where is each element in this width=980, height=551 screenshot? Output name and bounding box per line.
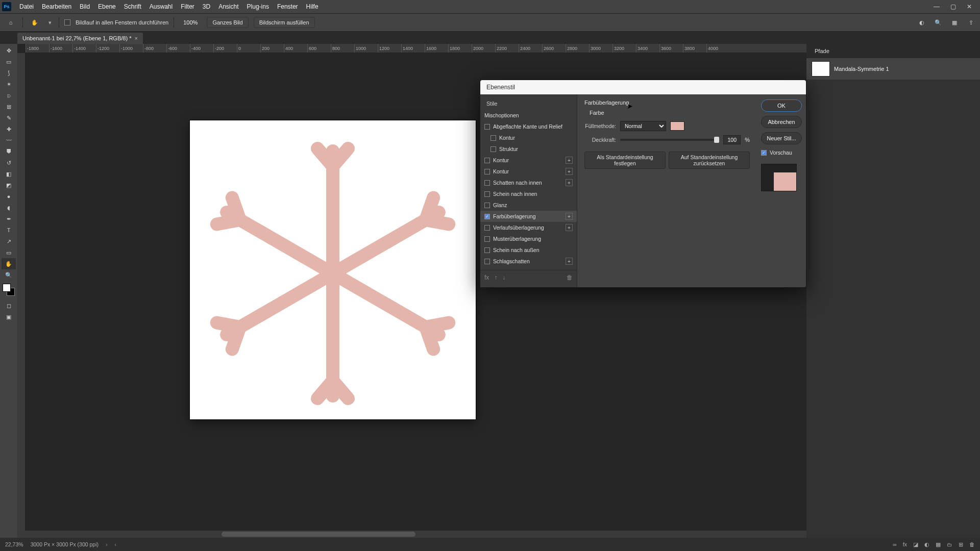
add-effect-icon[interactable]: +	[566, 157, 573, 164]
down-icon[interactable]: ↓	[502, 274, 505, 281]
maximize-icon[interactable]: ▢	[949, 3, 957, 10]
history-brush-tool-icon[interactable]: ↺	[2, 157, 16, 168]
dialog-titlebar[interactable]: Ebenenstil	[480, 80, 806, 94]
eyedropper-tool-icon[interactable]: ✎	[2, 112, 16, 123]
effect-checkbox[interactable]: ✓	[484, 214, 490, 219]
add-effect-icon[interactable]: +	[566, 224, 573, 231]
new-style-button[interactable]: Neuer Stil...	[761, 132, 802, 144]
styles-header[interactable]: Stile	[480, 97, 577, 110]
effect-row[interactable]: Schein nach außen	[480, 244, 577, 256]
blend-mode-select[interactable]: Normal	[620, 121, 666, 131]
zoom-100-button[interactable]: 100%	[179, 18, 202, 27]
ok-button[interactable]: OK	[761, 99, 802, 112]
effect-row[interactable]: Glanz	[480, 199, 577, 211]
effect-checkbox[interactable]	[484, 158, 490, 163]
add-effect-icon[interactable]: +	[566, 213, 573, 220]
marquee-tool-icon[interactable]: ▭	[2, 56, 16, 67]
document-canvas[interactable]	[190, 120, 476, 419]
effect-row[interactable]: Schein nach innen	[480, 188, 577, 199]
close-tab-icon[interactable]: ×	[134, 35, 137, 41]
status-icon[interactable]: 🗑	[969, 541, 975, 547]
up-icon[interactable]: ↑	[494, 274, 497, 281]
menu-item[interactable]: Fenster	[273, 1, 302, 12]
status-icon[interactable]: fx	[903, 541, 907, 547]
menu-item[interactable]: Plug-ins	[243, 1, 273, 12]
pen-tool-icon[interactable]: ✒	[2, 213, 16, 224]
home-icon[interactable]: ⌂	[4, 16, 17, 29]
quickmask-icon[interactable]: ◻	[2, 300, 16, 311]
path-tool-icon[interactable]: ↗	[2, 236, 16, 247]
opacity-input[interactable]	[723, 135, 741, 144]
effect-checkbox[interactable]	[484, 191, 490, 197]
eraser-tool-icon[interactable]: ◧	[2, 168, 16, 180]
color-swatches[interactable]	[3, 284, 15, 296]
menu-item[interactable]: Ansicht	[214, 1, 242, 12]
menu-item[interactable]: Datei	[15, 1, 38, 12]
menu-item[interactable]: 3D	[199, 1, 214, 12]
effect-row[interactable]: Schatten nach innen+	[480, 177, 577, 188]
move-tool-icon[interactable]: ✥	[2, 45, 16, 56]
effect-checkbox[interactable]	[484, 203, 490, 208]
effect-checkbox[interactable]	[484, 247, 490, 253]
preview-checkbox[interactable]: ✓	[761, 150, 767, 156]
blend-options-row[interactable]: Mischoptionen	[480, 110, 577, 121]
menu-item[interactable]: Hilfe	[302, 1, 323, 12]
status-icon[interactable]: ⊞	[959, 541, 963, 547]
effect-row[interactable]: Kontur	[480, 132, 577, 143]
effect-row[interactable]: Abgeflachte Kante und Relief	[480, 121, 577, 132]
effect-row[interactable]: ✓Farbüberlagerung+	[480, 211, 577, 222]
scroll-all-checkbox[interactable]	[64, 19, 70, 26]
fit-screen-button[interactable]: Ganzes Bild	[207, 17, 248, 28]
brush-tool-icon[interactable]: 〰	[2, 135, 16, 146]
frame-tool-icon[interactable]: ⊞	[2, 101, 16, 112]
status-icon[interactable]: 🗀	[947, 541, 952, 547]
effect-checkbox[interactable]	[491, 135, 496, 141]
dodge-tool-icon[interactable]: ◖	[2, 202, 16, 213]
close-icon[interactable]: ✕	[966, 3, 973, 10]
menu-item[interactable]: Ebene	[94, 1, 120, 12]
status-icon[interactable]: ▦	[936, 541, 941, 547]
effect-checkbox[interactable]	[484, 236, 490, 242]
type-tool-icon[interactable]: T	[2, 224, 16, 236]
horizontal-scrollbar[interactable]	[17, 531, 806, 538]
path-item[interactable]: Mandala-Symmetrie 1	[806, 58, 980, 80]
gradient-tool-icon[interactable]: ◩	[2, 180, 16, 191]
add-effect-icon[interactable]: +	[566, 258, 573, 265]
make-default-button[interactable]: Als Standardeinstellung festlegen	[584, 152, 666, 169]
zoom-tool-icon[interactable]: 🔍	[2, 269, 16, 281]
effect-row[interactable]: Kontur+	[480, 166, 577, 177]
effect-row[interactable]: Schlagschatten+	[480, 256, 577, 267]
status-icon[interactable]: ◪	[913, 541, 918, 547]
add-effect-icon[interactable]: +	[566, 168, 573, 175]
effect-checkbox[interactable]	[491, 146, 496, 152]
fx-icon[interactable]: fx	[484, 274, 489, 281]
screenmode-icon[interactable]: ▣	[2, 311, 16, 322]
effect-checkbox[interactable]	[484, 225, 490, 231]
share-icon[interactable]: ⇪	[966, 17, 976, 28]
crop-tool-icon[interactable]: ⟄	[2, 90, 16, 101]
minimize-icon[interactable]: —	[933, 3, 940, 10]
overlay-color-swatch[interactable]	[670, 121, 684, 131]
effect-row[interactable]: Kontur+	[480, 155, 577, 166]
status-icon[interactable]: ◐	[924, 541, 929, 547]
trash-icon[interactable]: 🗑	[567, 274, 573, 281]
menu-item[interactable]: Bild	[76, 1, 94, 12]
menu-item[interactable]: Auswahl	[145, 1, 177, 12]
add-effect-icon[interactable]: +	[566, 179, 573, 186]
effect-checkbox[interactable]	[484, 180, 490, 186]
cloud-icon[interactable]: ◐	[917, 17, 927, 28]
blur-tool-icon[interactable]: ●	[2, 191, 16, 202]
lasso-tool-icon[interactable]: ⟆	[2, 67, 16, 79]
heal-tool-icon[interactable]: ✚	[2, 123, 16, 135]
stamp-tool-icon[interactable]: ⛊	[2, 146, 16, 157]
effect-checkbox[interactable]	[484, 124, 490, 130]
status-zoom[interactable]: 22,73%	[5, 541, 23, 547]
document-tab[interactable]: Unbenannt-1 bei 22,7% (Ebene 1, RGB/8) *…	[17, 33, 143, 44]
wand-tool-icon[interactable]: ✶	[2, 79, 16, 90]
workspace-icon[interactable]: ▦	[949, 17, 960, 28]
fill-screen-button[interactable]: Bildschirm ausfüllen	[254, 17, 315, 28]
hand-tool-icon[interactable]: ✋	[28, 16, 41, 29]
shape-tool-icon[interactable]: ▭	[2, 247, 16, 258]
hand-tool-icon[interactable]: ✋	[2, 258, 16, 269]
status-icon[interactable]: ∞	[893, 541, 897, 547]
